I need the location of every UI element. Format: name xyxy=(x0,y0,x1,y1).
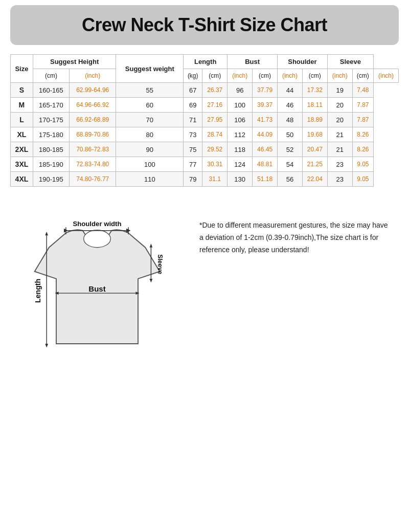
cell-wt: 80 xyxy=(116,127,184,142)
svg-marker-9 xyxy=(45,344,48,348)
cell-b-cm: 124 xyxy=(228,157,253,172)
col-length: Length xyxy=(184,55,228,69)
col-bust: Bust xyxy=(228,55,278,69)
cell-l-cm: 73 xyxy=(184,127,202,142)
cell-h-in: 64.96-66.92 xyxy=(69,98,116,113)
cell-sl-in: 8.26 xyxy=(352,142,373,157)
cell-size: M xyxy=(11,98,33,113)
diagram-area: Shoulder width Bust Length Sleeve xyxy=(15,204,189,378)
cell-sh-cm: 56 xyxy=(278,172,303,187)
shoulder-label: Shoulder width xyxy=(73,220,121,228)
cell-b-in: 41.73 xyxy=(253,113,278,127)
unit-bust-in: (inch) xyxy=(278,69,303,83)
unit-sleeve-in: (inch) xyxy=(374,69,399,83)
page-title: Crew Neck T-Shirt Size Chart xyxy=(15,14,394,36)
cell-b-in: 46.45 xyxy=(253,142,278,157)
cell-sh-in: 18.89 xyxy=(302,113,327,127)
cell-wt: 110 xyxy=(116,172,184,187)
table-row: 3XL 185-190 72.83-74.80 100 77 30.31 124… xyxy=(11,157,399,172)
col-suggest-height: Suggest Height xyxy=(33,55,116,69)
cell-sh-cm: 46 xyxy=(278,98,303,113)
svg-point-0 xyxy=(84,230,111,248)
cell-sl-cm: 20 xyxy=(327,98,352,113)
cell-sh-cm: 48 xyxy=(278,113,303,127)
cell-size: XL xyxy=(11,127,33,142)
table-row: L 170-175 66.92-68.89 70 71 27.95 106 41… xyxy=(11,113,399,127)
cell-h-cm: 180-185 xyxy=(33,142,69,157)
cell-sl-in: 9.05 xyxy=(352,172,373,187)
tshirt-diagram: Shoulder width Bust Length Sleeve xyxy=(15,204,179,368)
cell-h-cm: 165-170 xyxy=(33,98,69,113)
cell-h-in: 66.92-68.89 xyxy=(69,113,116,127)
cell-l-cm: 71 xyxy=(184,113,202,127)
cell-h-cm: 175-180 xyxy=(33,127,69,142)
cell-b-cm: 100 xyxy=(228,98,253,113)
cell-sl-cm: 19 xyxy=(327,83,352,98)
col-shoulder: Shoulder xyxy=(278,55,328,69)
cell-b-cm: 106 xyxy=(228,113,253,127)
cell-size: S xyxy=(11,83,33,98)
col-sleeve: Sleeve xyxy=(327,55,373,69)
unit-shoulder-in: (inch) xyxy=(327,69,352,83)
bottom-section: Shoulder width Bust Length Sleeve xyxy=(10,199,399,383)
cell-wt: 70 xyxy=(116,113,184,127)
cell-l-in: 26.37 xyxy=(202,83,228,98)
unit-shoulder-cm: (cm) xyxy=(302,69,327,83)
cell-sl-in: 7.87 xyxy=(352,98,373,113)
cell-b-in: 39.37 xyxy=(253,98,278,113)
cell-l-in: 30.31 xyxy=(202,157,228,172)
table-row: 2XL 180-185 70.86-72.83 90 75 29.52 118 … xyxy=(11,142,399,157)
sleeve-label: Sleeve xyxy=(156,254,164,274)
note-text: *Due to different measurement gestures, … xyxy=(199,219,394,256)
cell-l-cm: 69 xyxy=(184,98,202,113)
title-box: Crew Neck T-Shirt Size Chart xyxy=(10,5,399,45)
table-row: M 165-170 64.96-66.92 60 69 27.16 100 39… xyxy=(11,98,399,113)
unit-sleeve-cm: (cm) xyxy=(352,69,373,83)
cell-b-in: 48.81 xyxy=(253,157,278,172)
cell-wt: 90 xyxy=(116,142,184,157)
svg-marker-11 xyxy=(150,243,153,248)
cell-sh-in: 22.04 xyxy=(302,172,327,187)
cell-h-cm: 160-165 xyxy=(33,83,69,98)
unit-weight-kg: (kg) xyxy=(184,69,202,83)
cell-sl-cm: 20 xyxy=(327,113,352,127)
cell-l-cm: 77 xyxy=(184,157,202,172)
cell-l-in: 27.95 xyxy=(202,113,228,127)
cell-size: L xyxy=(11,113,33,127)
cell-sl-cm: 21 xyxy=(327,142,352,157)
cell-h-cm: 170-175 xyxy=(33,113,69,127)
unit-height-cm: (cm) xyxy=(33,69,69,83)
cell-b-cm: 96 xyxy=(228,83,253,98)
bust-label: Bust xyxy=(88,284,105,293)
size-table: Size Suggest Height Suggest weight Lengt… xyxy=(10,54,399,187)
col-suggest-weight: Suggest weight xyxy=(116,55,184,83)
cell-sl-cm: 21 xyxy=(327,127,352,142)
length-label: Length xyxy=(34,279,42,303)
cell-b-cm: 112 xyxy=(228,127,253,142)
cell-sh-in: 21.25 xyxy=(302,157,327,172)
cell-l-cm: 79 xyxy=(184,172,202,187)
cell-sl-cm: 23 xyxy=(327,157,352,172)
cell-size: 3XL xyxy=(11,157,33,172)
cell-l-cm: 67 xyxy=(184,83,202,98)
cell-h-cm: 190-195 xyxy=(33,172,69,187)
table-row: S 160-165 62.99-64.96 55 67 26.37 96 37.… xyxy=(11,83,399,98)
cell-wt: 55 xyxy=(116,83,184,98)
cell-sh-in: 19.68 xyxy=(302,127,327,142)
cell-h-in: 72.83-74.80 xyxy=(69,157,116,172)
cell-sh-cm: 50 xyxy=(278,127,303,142)
table-row: XL 175-180 68.89-70.86 80 73 28.74 112 4… xyxy=(11,127,399,142)
cell-sh-in: 20.47 xyxy=(302,142,327,157)
cell-sl-in: 9.05 xyxy=(352,157,373,172)
unit-bust-cm: (cm) xyxy=(253,69,278,83)
cell-l-in: 31.1 xyxy=(202,172,228,187)
cell-b-in: 51.18 xyxy=(253,172,278,187)
cell-b-in: 44.09 xyxy=(253,127,278,142)
col-size: Size xyxy=(11,55,33,83)
cell-l-in: 28.74 xyxy=(202,127,228,142)
cell-h-in: 70.86-72.83 xyxy=(69,142,116,157)
svg-marker-12 xyxy=(150,279,153,283)
svg-marker-8 xyxy=(45,232,48,236)
unit-height-in: (inch) xyxy=(69,69,116,83)
cell-b-in: 37.79 xyxy=(253,83,278,98)
